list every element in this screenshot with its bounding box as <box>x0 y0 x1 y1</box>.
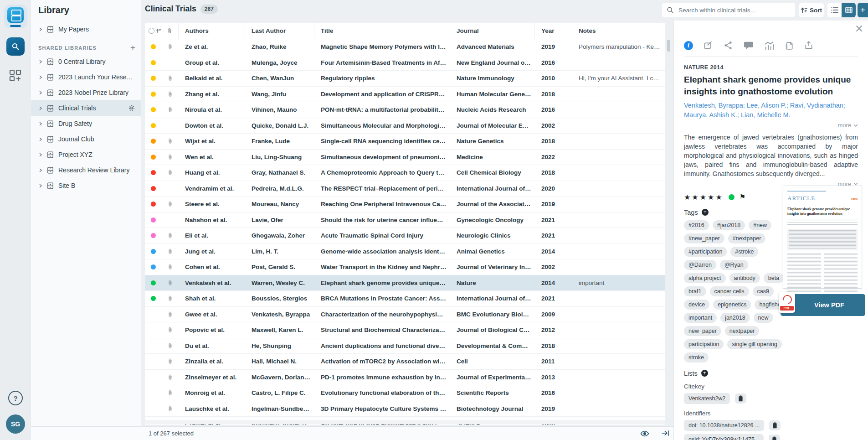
table-row[interactable]: Monroig et al. Castro, L. Filipe C. Evol… <box>145 385 665 401</box>
tag-pill[interactable]: braf1 <box>684 286 706 296</box>
copy-citekey-button[interactable] <box>735 393 746 404</box>
preview-eye-icon[interactable] <box>640 429 649 438</box>
identifier-value[interactable]: doi: 10.1038/nature12826 ... → <box>684 420 764 431</box>
table-row[interactable]: Jung et al. Lim, H. T. Genome-wide assoc… <box>145 244 665 260</box>
library-item[interactable]: Project XYZ <box>31 147 141 162</box>
tag-pill[interactable]: device <box>684 300 709 310</box>
table-row[interactable]: Shah et al. Boussios, Stergios BRCA Muta… <box>145 291 665 307</box>
comment-icon[interactable] <box>744 41 754 50</box>
global-search-icon[interactable] <box>6 37 25 56</box>
column-header-authors[interactable]: Authors <box>179 23 245 39</box>
citekey-value[interactable]: Venkatesh2w2 <box>684 393 730 404</box>
library-item[interactable]: 0 Central Library <box>31 54 141 69</box>
library-item[interactable]: Site B <box>31 178 141 193</box>
sidebar-item-my-papers[interactable]: My Papers <box>31 22 141 36</box>
table-row[interactable]: Group et al. Mulenga, Joyce Four Artemis… <box>145 55 665 71</box>
view-pdf-button[interactable]: PDF View PDF <box>781 294 865 316</box>
tag-pill[interactable]: cancer cells <box>710 286 749 296</box>
tag-pill[interactable]: @Darren <box>684 260 716 270</box>
tag-pill[interactable]: jan2018 <box>720 313 750 323</box>
library-item[interactable]: Journal Club <box>31 131 141 147</box>
tag-pill[interactable]: #nextpaper <box>728 233 766 243</box>
tag-pill[interactable]: new <box>754 313 773 323</box>
star-rating[interactable]: ★★★★★ <box>684 193 724 202</box>
search-box[interactable] <box>662 3 795 17</box>
edit-icon[interactable] <box>704 41 713 50</box>
table-row[interactable]: Huang et al. Gray, Nathanael S. A Chemop… <box>145 165 665 181</box>
tag-pill[interactable]: nextpaper <box>725 326 760 336</box>
share-icon[interactable] <box>724 41 733 50</box>
column-header-notes[interactable]: Notes <box>572 23 665 39</box>
library-item[interactable]: 2023 Launch Your Research Bo... <box>31 69 141 85</box>
tag-pill[interactable]: cas9 <box>753 286 774 296</box>
close-icon[interactable] <box>856 25 863 32</box>
avatar[interactable]: SG <box>6 414 25 434</box>
tag-pill[interactable]: single gill opening <box>727 339 781 349</box>
library-item[interactable]: Drug Safety <box>31 116 141 131</box>
table-row[interactable]: Steere et al. Moureau, Nancy Reaching On… <box>145 197 665 212</box>
tag-pill[interactable]: #participation <box>684 247 727 257</box>
horizontal-scrollbar[interactable] <box>145 420 665 424</box>
papers-app-icon[interactable] <box>4 5 27 28</box>
copy-document-icon[interactable] <box>785 41 794 50</box>
tag-pill[interactable]: epigenetics <box>713 300 751 310</box>
table-row[interactable]: Nahshon et al. Lavie, Ofer Should the ri… <box>145 212 665 228</box>
info-tab-icon[interactable]: i <box>684 41 693 50</box>
identifier-value[interactable]: gsid: YyD7r4x308wJ:1475... → <box>684 434 764 440</box>
list-view-button[interactable] <box>827 3 842 17</box>
metrics-icon[interactable] <box>764 41 774 50</box>
tag-pill[interactable]: beta <box>764 273 784 283</box>
table-row[interactable]: Vendramim et al. Pedreira, M.d.L.G. The … <box>145 181 665 197</box>
search-input[interactable] <box>678 6 791 14</box>
table-row[interactable]: Eli et al. Ghogawala, Zoher Acute Trauma… <box>145 228 665 244</box>
table-row[interactable]: Venkatesh et al. Warren, Wesley C. Eleph… <box>145 275 665 291</box>
library-item[interactable]: Clinical Trials <box>31 100 141 116</box>
table-row[interactable]: Zinselmeyer et al. McGavern, Dorian B. P… <box>145 370 665 386</box>
vertical-scrollbar-thumb[interactable] <box>667 40 670 52</box>
copy-identifier-button[interactable] <box>769 435 780 440</box>
column-header-year[interactable]: Year <box>535 23 572 39</box>
gear-icon[interactable] <box>128 104 135 112</box>
column-header-last-author[interactable]: Last Author <box>245 23 314 39</box>
export-icon[interactable] <box>804 41 813 50</box>
help-icon[interactable]: ? <box>8 391 23 405</box>
tag-pill[interactable]: #jan2018 <box>713 220 745 230</box>
table-row[interactable]: Du et al. He, Shunping Ancient duplicati… <box>145 338 665 354</box>
sort-order-icon[interactable] <box>156 28 161 33</box>
column-header-title[interactable]: Title <box>314 23 450 39</box>
add-list-button[interactable]: + <box>701 370 708 377</box>
tag-pill[interactable]: #new <box>749 220 771 230</box>
tag-pill[interactable]: alpha project <box>684 273 726 283</box>
green-label-dot[interactable] <box>729 194 734 200</box>
author-links[interactable]: Venkatesh, Byrappa; Lee, Alison P.; Ravi… <box>684 101 858 120</box>
table-row[interactable]: Dowton et al. Quicke, Donald L.J. Simult… <box>145 118 665 134</box>
table-row[interactable]: Popovic et al. Maxwell, Karen L. Structu… <box>145 322 665 338</box>
table-row[interactable]: Niroula et al. Vihinen, Mauno PON-mt-tRN… <box>145 102 665 118</box>
table-row[interactable]: Belkaid et al. Chen, WanJun Regulatory r… <box>145 71 665 87</box>
library-item[interactable]: 2023 Nobel Prize Library <box>31 85 141 100</box>
table-row[interactable]: Wen et al. Liu, Ling-Shuang Simultaneous… <box>145 150 665 166</box>
table-row[interactable]: Lauschke et al. Ingelman-Sundberg, M... … <box>145 401 665 417</box>
flag-icon[interactable]: ⚑ <box>740 193 745 201</box>
table-row[interactable]: Cohen et al. Post, Gerald S. Water Trans… <box>145 259 665 275</box>
tag-pill[interactable]: important <box>684 313 717 323</box>
add-library-button[interactable]: + <box>130 45 135 51</box>
tag-pill[interactable]: new_paper <box>684 326 721 336</box>
table-view-button[interactable] <box>842 3 856 17</box>
apps-grid-icon[interactable] <box>9 69 22 82</box>
tag-pill[interactable]: stroke <box>684 352 709 362</box>
attachment-column-icon[interactable] <box>167 27 173 34</box>
library-item[interactable]: Research Review Library <box>31 162 141 178</box>
tag-pill[interactable]: participation <box>684 339 724 349</box>
sort-button[interactable]: Sort <box>799 3 824 17</box>
tag-pill[interactable]: #stroke <box>730 247 758 257</box>
table-row[interactable]: Wijst et al. Franke, Lude Single-cell RN… <box>145 134 665 150</box>
go-to-end-icon[interactable] <box>661 429 669 437</box>
table-row[interactable]: Zhang et al. Wang, Jinfu Development and… <box>145 87 665 103</box>
add-tag-button[interactable]: + <box>702 209 709 216</box>
authors-more-link[interactable]: more <box>684 122 858 129</box>
table-row[interactable]: Ze et al. Zhao, Ruike Magnetic Shape Mem… <box>145 39 665 55</box>
tag-pill[interactable]: #2016 <box>684 220 709 230</box>
table-row[interactable]: Gwee et al. Venkatesh, Byrappa Character… <box>145 307 665 323</box>
tag-pill[interactable]: @Ryan <box>720 260 748 270</box>
